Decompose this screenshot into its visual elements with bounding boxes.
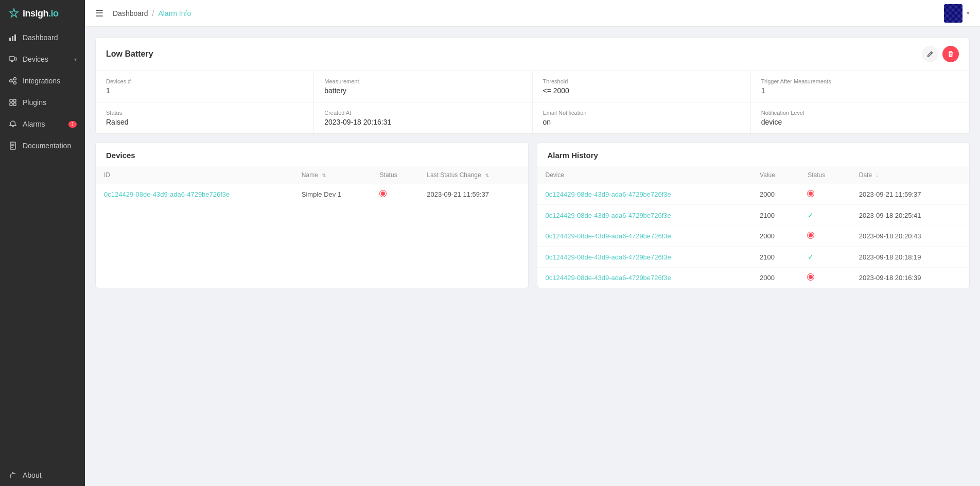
sidebar-item-integrations-label: Integrations xyxy=(23,77,60,85)
info-cell-measurement: Measurement battery xyxy=(314,71,532,102)
hist-date-cell: 2023-09-21 11:59:37 xyxy=(851,184,969,205)
devices-panel-title: Devices xyxy=(96,143,528,166)
devices-panel: Devices ID Name ⇅ Status xyxy=(95,142,529,288)
content-area: Low Battery xyxy=(85,27,980,486)
topbar: ☰ Dashboard / Alarm Info ▾ xyxy=(85,0,980,27)
svg-line-10 xyxy=(12,79,14,80)
info-cell-threshold: Threshold <= 2000 xyxy=(533,71,751,102)
alarms-icon xyxy=(8,119,18,129)
about-icon xyxy=(8,471,18,480)
delete-alarm-button[interactable] xyxy=(942,46,959,62)
col-name: Name ⇅ xyxy=(293,166,372,184)
hist-date-cell: 2023-09-18 20:18:19 xyxy=(851,247,969,268)
hist-status-cell xyxy=(799,268,851,288)
svg-rect-6 xyxy=(15,58,16,60)
breadcrumb-home[interactable]: Dashboard xyxy=(113,9,148,18)
device-status-cell xyxy=(372,184,419,205)
sidebar-item-dashboard-label: Dashboard xyxy=(23,33,58,42)
topbar-chevron-icon[interactable]: ▾ xyxy=(967,10,970,16)
breadcrumb-current: Alarm Info xyxy=(158,9,191,18)
alarm-history-title: Alarm History xyxy=(537,143,970,166)
hist-status-cell xyxy=(799,184,851,205)
sort-name-icon: ⇅ xyxy=(322,172,326,178)
avatar-button[interactable] xyxy=(944,4,962,23)
hist-value-cell: 2100 xyxy=(751,205,799,226)
col-status-hist: Status xyxy=(799,166,851,184)
hist-device-cell: 0c124429-08de-43d9-ada6-4729be726f3e xyxy=(537,205,752,226)
sidebar: insigh.io Dashboard Devices ▾ xyxy=(0,0,85,486)
hist-date-cell: 2023-09-18 20:25:41 xyxy=(851,205,969,226)
devices-table-body: 0c124429-08de-43d9-ada6-4729be726f3e Sim… xyxy=(96,184,528,205)
svg-rect-15 xyxy=(13,103,16,106)
col-id: ID xyxy=(96,166,293,184)
status-green-check: ✓ xyxy=(808,253,814,261)
devices-table: ID Name ⇅ Status Last Status Change xyxy=(96,166,528,204)
list-item: 0c124429-08de-43d9-ada6-4729be726f3e 200… xyxy=(537,268,970,288)
sidebar-item-dashboard[interactable]: Dashboard xyxy=(0,27,85,48)
info-cell-created: Created At 2023-09-18 20:16:31 xyxy=(314,102,532,133)
status-value: Raised xyxy=(106,118,303,126)
status-red-dot xyxy=(380,190,386,197)
alarm-card-title: Low Battery xyxy=(106,49,153,59)
hist-value-cell: 2000 xyxy=(751,184,799,205)
hist-value-cell: 2000 xyxy=(751,268,799,288)
topbar-right: ▾ xyxy=(944,4,970,23)
integrations-icon xyxy=(8,76,18,85)
measurement-value: battery xyxy=(324,86,521,95)
sidebar-item-devices[interactable]: Devices ▾ xyxy=(0,48,85,70)
info-cell-email: Email Notification on xyxy=(533,102,751,133)
hist-value-cell: 2000 xyxy=(751,226,799,247)
svg-rect-1 xyxy=(9,38,11,41)
sidebar-item-integrations[interactable]: Integrations xyxy=(0,70,85,92)
list-item: 0c124429-08de-43d9-ada6-4729be726f3e 200… xyxy=(537,226,970,247)
hist-value-cell: 2100 xyxy=(751,247,799,268)
svg-point-20 xyxy=(12,472,13,473)
sidebar-item-about[interactable]: About xyxy=(0,464,85,486)
created-label: Created At xyxy=(324,110,521,116)
threshold-label: Threshold xyxy=(543,78,740,84)
device-last-status-cell: 2023-09-21 11:59:37 xyxy=(418,184,528,205)
email-label: Email Notification xyxy=(543,110,740,116)
devices-icon xyxy=(8,55,18,64)
edit-alarm-button[interactable] xyxy=(922,46,938,62)
info-cell-status: Status Raised xyxy=(96,102,314,133)
sidebar-item-plugins-label: Plugins xyxy=(23,98,46,107)
logo-text: insigh.io xyxy=(23,8,59,19)
sidebar-item-documentation-label: Documentation xyxy=(23,142,71,150)
plugins-icon xyxy=(8,98,18,107)
sort-date-icon: ↓ xyxy=(876,172,878,178)
menu-icon[interactable]: ☰ xyxy=(95,8,103,19)
threshold-value: <= 2000 xyxy=(543,86,740,95)
svg-point-8 xyxy=(14,78,16,80)
alarm-history-table: Device Value Status Date ↓ xyxy=(537,166,970,288)
sidebar-item-alarms-label: Alarms xyxy=(23,120,45,128)
svg-point-9 xyxy=(14,82,16,84)
sidebar-item-documentation[interactable]: Documentation xyxy=(0,135,85,157)
trigger-value: 1 xyxy=(761,86,958,95)
alarms-badge: 1 xyxy=(68,121,77,128)
status-red-dot xyxy=(808,274,814,280)
hist-device-cell: 0c124429-08de-43d9-ada6-4729be726f3e xyxy=(537,247,752,268)
hist-status-cell: ✓ xyxy=(799,247,851,268)
col-last-status: Last Status Change ⇅ xyxy=(418,166,528,184)
svg-rect-3 xyxy=(14,34,16,41)
edit-icon xyxy=(926,50,934,58)
svg-line-21 xyxy=(931,53,932,54)
hist-status-cell: ✓ xyxy=(799,205,851,226)
svg-line-11 xyxy=(12,81,14,82)
alarm-card-header: Low Battery xyxy=(96,38,969,71)
alarm-info-grid: Devices # 1 Measurement battery Threshol… xyxy=(96,71,969,133)
sidebar-item-plugins[interactable]: Plugins xyxy=(0,92,85,113)
svg-rect-2 xyxy=(12,36,13,41)
alarm-card-actions xyxy=(922,46,959,62)
alarm-history-panel: Alarm History Device Value Status xyxy=(537,142,970,288)
measurement-label: Measurement xyxy=(324,78,521,84)
hist-date-cell: 2023-09-18 20:16:39 xyxy=(851,268,969,288)
svg-rect-5 xyxy=(11,61,13,62)
sidebar-item-devices-label: Devices xyxy=(23,55,48,63)
sidebar-item-alarms[interactable]: Alarms 1 xyxy=(0,113,85,135)
col-date: Date ↓ xyxy=(851,166,969,184)
hist-device-cell: 0c124429-08de-43d9-ada6-4729be726f3e xyxy=(537,268,752,288)
status-red-dot xyxy=(808,232,814,238)
bar-chart-icon xyxy=(8,33,18,42)
